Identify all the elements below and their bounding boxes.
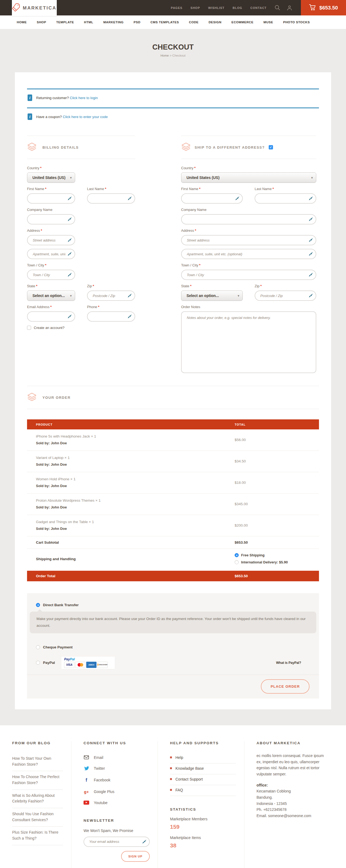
cart-total: $653.50 <box>319 5 338 11</box>
nav-ecommerce[interactable]: ECOMMERCE <box>231 21 253 24</box>
radio-icon[interactable] <box>235 560 239 564</box>
shipping-company-input[interactable] <box>181 214 316 224</box>
phone-label: Phone <box>87 305 97 309</box>
ship-different-checkbox[interactable] <box>269 145 273 150</box>
pen-icon <box>68 314 72 319</box>
your-order-heading: YOUR ORDER <box>42 396 71 400</box>
google-plus-link[interactable]: g+ Google Plus <box>83 787 149 798</box>
checkout-card: i Returning customer? Click here to logi… <box>15 72 331 709</box>
shipping-state-select[interactable]: Select an option... <box>181 290 243 301</box>
facebook-icon: f <box>83 777 89 783</box>
blog-link[interactable]: How To Choose The Perfect Fashion Store? <box>12 771 63 789</box>
shipping-country-select[interactable]: United States (US) <box>181 173 316 183</box>
breadcrumb-current: Checkout <box>172 54 186 57</box>
first-name-label: First Name <box>27 187 44 191</box>
shipping-town-input[interactable] <box>181 270 316 280</box>
nav-marketing[interactable]: MARKETING <box>103 21 124 24</box>
newsletter-email-input[interactable] <box>83 837 150 847</box>
shipping-street-input[interactable] <box>181 235 316 245</box>
blog-link[interactable]: Should You Use Fashion Consultant Servic… <box>12 808 63 827</box>
nav-html[interactable]: HTML <box>84 21 93 24</box>
topnav-wishlist[interactable]: WISHLIST <box>208 6 224 9</box>
order-notes-label: Order Notes <box>181 305 200 309</box>
billing-country-select[interactable]: United States (US) <box>27 173 75 183</box>
radio-icon[interactable] <box>36 661 40 665</box>
create-account-checkbox[interactable] <box>27 326 31 330</box>
login-link[interactable]: Click here to login <box>70 96 98 100</box>
layers-icon <box>27 393 37 402</box>
topnav-shop[interactable]: SHOP <box>191 6 200 9</box>
order-notes-textarea[interactable] <box>181 311 316 373</box>
address-label: Address <box>181 228 194 232</box>
shipping-apartment-input[interactable] <box>181 249 316 259</box>
topnav-blog[interactable]: BLOG <box>233 6 242 9</box>
shipping-zip-input[interactable] <box>255 290 316 301</box>
nav-design[interactable]: DESIGN <box>209 21 222 24</box>
statistics-heading: STATISTICS <box>170 807 236 811</box>
international-delivery-option[interactable]: International Delivery: $5.90 <box>235 560 288 564</box>
what-is-paypal-link[interactable]: What is PayPal? <box>276 661 310 665</box>
product-seller: Sold by: John Doe <box>36 527 235 531</box>
product-name: Variant of Laptop × 1 <box>36 456 235 460</box>
knowledge-base-link[interactable]: Knowladge Base <box>170 764 236 774</box>
nav-code[interactable]: CODE <box>189 21 199 24</box>
free-shipping-option[interactable]: Free Shipping <box>235 553 288 557</box>
footer-connect-column: CONNECT WITH US Email Twitter f Facebook… <box>71 741 158 868</box>
nav-home[interactable]: HOME <box>17 21 27 24</box>
billing-state-select[interactable]: Select an option... <box>27 290 75 301</box>
pen-icon <box>309 251 313 256</box>
last-name-label: Last Name <box>87 187 104 191</box>
cart-icon <box>309 4 316 12</box>
pen-icon <box>235 196 240 200</box>
product-name: Proton Absolute Wordpress Themes × 1 <box>36 498 235 502</box>
facebook-link[interactable]: f Facebook <box>83 775 149 787</box>
stat-label: Marketplace Items <box>170 836 236 840</box>
cheque-payment-option[interactable]: Cheque Payment <box>27 645 319 649</box>
bank-transfer-option[interactable]: Direct Bank Transfer <box>27 603 319 607</box>
breadcrumb-home[interactable]: Home <box>161 54 169 57</box>
order-total-value: $653.50 <box>235 574 248 578</box>
pen-icon <box>68 238 72 242</box>
newsletter-tagline: We Won't Spam, We Promise <box>83 829 149 833</box>
contact-support-link[interactable]: Contact Support <box>170 774 236 785</box>
about-heading: ABOUT MARKETICA <box>256 741 338 745</box>
blog-link[interactable]: Plus Size Fashion: Is There Such a Thing… <box>12 827 63 845</box>
user-icon[interactable] <box>287 5 292 10</box>
nav-psd[interactable]: PSD <box>134 21 140 24</box>
sign-up-button[interactable]: SIGN UP <box>121 851 150 862</box>
last-name-label: Last Name <box>255 187 272 191</box>
main-nav: HOME SHOP TEMPLATE HTML MARKETING PSD CM… <box>0 16 346 29</box>
notice-prefix: Have a coupon? <box>36 115 62 119</box>
country-label: Country <box>27 166 39 170</box>
nav-cms-templates[interactable]: CMS TEMPLATES <box>150 21 179 24</box>
shipping-first-name-input[interactable] <box>181 193 243 204</box>
nav-photo-stocks[interactable]: PHOTO STOCKS <box>283 21 310 24</box>
help-link[interactable]: Help <box>170 753 236 764</box>
nav-muse[interactable]: MUSE <box>264 21 273 24</box>
youtube-link[interactable]: Youtube <box>83 798 149 809</box>
paypal-option[interactable]: PayPal PayPal VISA AMEX DISCOVER What is… <box>27 656 319 669</box>
blog-link[interactable]: What is So Alluring About Celebrity Fash… <box>12 790 63 808</box>
radio-selected-icon[interactable] <box>36 603 40 607</box>
cart-subtotal-row: Cart Subtotal $653.50 <box>27 536 319 549</box>
coupon-notice: i Have a coupon? Click here to enter you… <box>27 107 319 126</box>
email-link[interactable]: Email <box>83 753 149 764</box>
paypal-cards-image: PayPal VISA AMEX DISCOVER <box>61 656 115 669</box>
nav-shop[interactable]: SHOP <box>37 21 46 24</box>
coupon-link[interactable]: Click here to enter your code <box>63 115 108 119</box>
radio-selected-icon[interactable] <box>235 553 239 557</box>
faq-link[interactable]: FAQ <box>170 785 236 796</box>
radio-icon[interactable] <box>36 645 40 649</box>
twitter-link[interactable]: Twitter <box>83 764 149 775</box>
shipping-last-name-input[interactable] <box>255 193 316 204</box>
place-order-button[interactable]: PLACE ORDER <box>261 679 310 694</box>
logo[interactable]: MARKETICA <box>12 0 57 16</box>
topnav-pages[interactable]: PAGES <box>171 6 182 9</box>
search-icon[interactable] <box>275 5 280 10</box>
order-table-header: PRODUCT TOTAL <box>27 420 319 429</box>
topnav-contact[interactable]: CONTACT <box>250 6 267 9</box>
cart-button[interactable]: $653.50 <box>301 0 346 16</box>
nav-template[interactable]: TEMPLATE <box>56 21 74 24</box>
blog-link[interactable]: How To Start Your Own Fashion Store? <box>12 753 63 771</box>
stat-value: 38 <box>170 842 236 849</box>
